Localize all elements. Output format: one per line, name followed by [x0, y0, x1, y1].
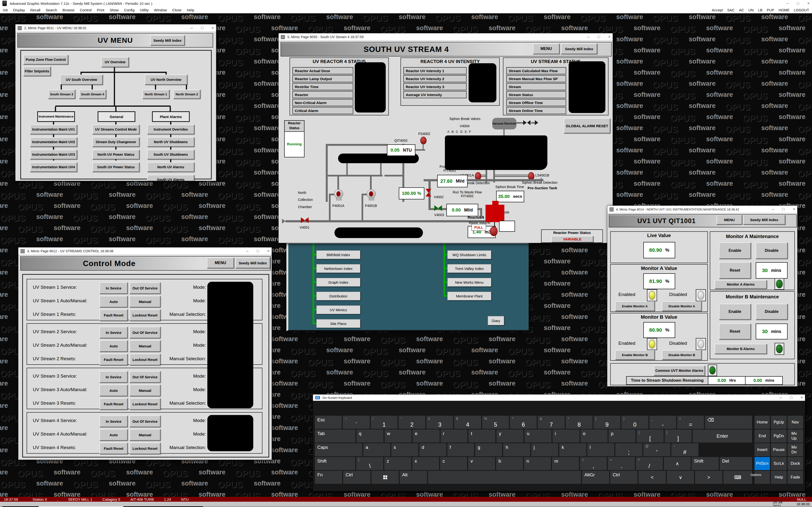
enable-monitor-a-button[interactable]: Enable Monitor A [615, 301, 655, 311]
key-key[interactable]: _- [649, 416, 676, 429]
menu-home[interactable]: HOME [779, 8, 790, 12]
key-0[interactable]: )0 [621, 416, 648, 429]
key-right[interactable]: > [695, 471, 722, 484]
maximize-icon[interactable]: □ [598, 35, 600, 39]
minimize-icon[interactable]: – [246, 249, 248, 253]
close-icon[interactable]: × [807, 1, 810, 6]
key-j[interactable]: j [531, 443, 558, 456]
in-sevice-button[interactable]: In Sevice [100, 371, 128, 383]
menu-print[interactable]: Print [97, 8, 104, 12]
key-e[interactable]: e [412, 430, 440, 443]
pump-p4001b[interactable] [367, 189, 376, 199]
key-7[interactable]: &7 [538, 416, 564, 429]
general-node[interactable]: General [98, 111, 135, 122]
plant-alarms-node[interactable]: Plant Alarms [152, 111, 190, 122]
key-left[interactable]: < [639, 471, 666, 484]
key-insert[interactable]: Insert [755, 443, 770, 456]
instrument-maintenance-node[interactable]: Instrument Maintenance [37, 111, 75, 122]
disable-monitor-b-button[interactable]: Disable Monitor B [662, 350, 702, 360]
key-backspace[interactable]: ⌫ [705, 416, 752, 429]
key-key[interactable]: += [677, 416, 704, 429]
instrumentation-maint-uv4-button[interactable]: Instrumentation Maint UV4 [30, 162, 77, 172]
auto-button[interactable]: Auto [100, 385, 128, 396]
key-home[interactable]: Home [755, 416, 770, 429]
south-uv-power-status-button[interactable]: South UV Power Status [92, 162, 140, 172]
key-6[interactable]: ^6 [510, 416, 537, 429]
key-3[interactable]: £3 [426, 416, 453, 429]
close-icon[interactable]: × [212, 26, 214, 30]
seedy-mill-index-button[interactable]: Seedy Mill Index [150, 35, 185, 45]
pump-zone-flow-control-button[interactable]: Pump Zone Flow Control [23, 55, 68, 64]
key-m[interactable]: m [552, 457, 579, 470]
key-a[interactable]: a [363, 443, 390, 456]
valve-v4003[interactable] [434, 205, 442, 211]
filter-setpoints-button[interactable]: Filter Setpoints [23, 66, 51, 76]
south-uv-alarms-button[interactable]: South UV Alarms [147, 175, 194, 181]
maximize-icon[interactable]: □ [782, 207, 785, 212]
minimize-icon[interactable]: – [772, 207, 774, 212]
pump-p4001a[interactable] [334, 189, 343, 199]
menu-accept[interactable]: Accept [712, 8, 723, 12]
minimize-icon[interactable]: – [779, 395, 782, 400]
key-down[interactable]: ∨ [667, 471, 694, 484]
key-fn[interactable]: Fn [315, 471, 342, 484]
in-sevice-button[interactable]: In Sevice [100, 282, 128, 294]
auto-button[interactable]: Auto [100, 429, 128, 441]
key-caps[interactable]: Caps [315, 443, 362, 456]
uv-overview-button[interactable]: UV Overview [101, 57, 129, 67]
menu-ac[interactable]: AC [739, 8, 744, 12]
key-b[interactable]: b [496, 457, 523, 470]
enable-button[interactable]: Enable [719, 304, 751, 320]
key-help[interactable]: Help [771, 471, 786, 484]
menu-search[interactable]: Search [46, 8, 57, 12]
seedy-mill-index-button[interactable]: Seedy Mill Index [743, 215, 785, 225]
fault-reset-button[interactable]: Fault Reset [100, 354, 128, 365]
taskbar[interactable]: 20 Jul 2022 18:38:03 [0, 502, 812, 506]
key-k[interactable]: k [559, 443, 586, 456]
reset-button[interactable]: Reset [719, 262, 751, 279]
key-end[interactable]: End [755, 430, 770, 443]
new-works-menu-button[interactable]: New Works Menu [447, 278, 491, 287]
menu-button[interactable]: MENU [533, 44, 559, 54]
maximize-icon[interactable]: □ [257, 249, 259, 253]
menu-close[interactable]: Close [172, 8, 182, 12]
key-key[interactable]: }] [665, 430, 692, 443]
fault-reset-button[interactable]: Fault Reset [100, 443, 128, 454]
key-windows[interactable] [371, 471, 399, 484]
north-uv-shutdowns-button[interactable]: North UV Shutdowns [147, 137, 194, 147]
key-n[interactable]: n [524, 457, 551, 470]
key-l[interactable]: l [587, 443, 614, 456]
menu-utility[interactable]: Utility [140, 8, 149, 12]
key-del[interactable]: Del [720, 457, 752, 470]
key-g[interactable]: g [475, 443, 502, 456]
instrumentation-maint-uv3-button[interactable]: Instrumentation Maint UV3 [30, 150, 77, 159]
minimize-icon[interactable]: – [191, 26, 193, 30]
enable-button[interactable]: Enable [719, 242, 751, 259]
menu-browse[interactable]: Browse [62, 8, 74, 12]
key-pgdn[interactable]: PgDn [771, 430, 786, 443]
wq-shutdown-limits-button[interactable]: WQ Shutdown Limits [447, 250, 491, 259]
key-pause[interactable]: Pause [771, 443, 786, 456]
close-icon[interactable]: × [793, 207, 795, 212]
menu-window[interactable]: Window [154, 8, 167, 12]
key-shift[interactable]: Shift [315, 457, 355, 470]
control-titlebar[interactable]: 3, Mimic Page 8012 - UV STREAMS CONTROL … [18, 247, 272, 255]
maximize-icon[interactable]: □ [201, 26, 203, 30]
north-uv-alarms-button[interactable]: North UV Alarms [147, 162, 194, 172]
key-w[interactable]: w [385, 430, 412, 443]
north-stream-2-button[interactable]: North Stream 2 [173, 90, 200, 99]
key-c[interactable]: c [440, 457, 467, 470]
key-dock[interactable]: Dock [788, 457, 803, 470]
menu-control[interactable]: Control [80, 8, 91, 12]
key-shift[interactable]: Shift [692, 457, 719, 470]
close-icon[interactable]: × [608, 35, 610, 39]
key-scrlk[interactable]: ScrLk [771, 457, 786, 470]
key-enter[interactable]: Enter [693, 430, 752, 443]
key-ctrl[interactable]: Ctrl [343, 471, 370, 484]
key-d[interactable]: d [419, 443, 446, 456]
key-prtscn[interactable]: PrtScn [755, 457, 770, 470]
menu-sac[interactable]: SAC [727, 8, 735, 12]
north-uv-power-status-button[interactable]: North UV Power Status [92, 150, 140, 159]
fault-reset-button[interactable]: Fault Reset [100, 309, 128, 321]
monitor-b-alarms-button[interactable]: Monitor B Alarms [715, 344, 767, 354]
